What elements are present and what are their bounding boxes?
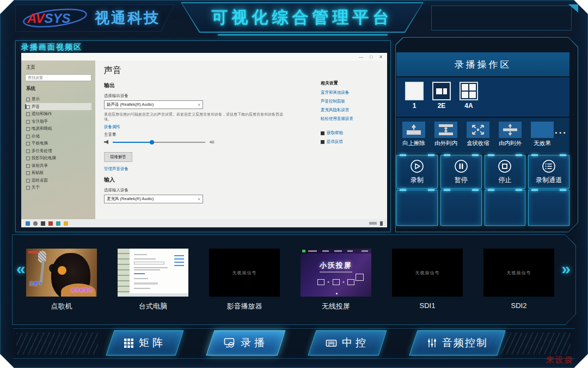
tab-central-control[interactable]: 中控 xyxy=(308,330,387,355)
inside-out-icon xyxy=(499,122,522,138)
tab-matrix[interactable]: 矩阵 xyxy=(106,330,184,355)
source-thumb-sdi1[interactable]: 无视频信号 SDI1 xyxy=(392,249,463,316)
empty-slot-button-3[interactable] xyxy=(485,190,526,226)
sidebar-item-storage: 存储 xyxy=(25,132,91,140)
layout-button-4a[interactable]: 4A xyxy=(460,82,478,110)
video-area-label: 录播画面视频区 xyxy=(21,43,82,52)
record-icon xyxy=(409,159,425,174)
input-section-label: 输入 xyxy=(104,176,379,184)
app-icon-yellow xyxy=(64,221,68,226)
wipe-up-icon xyxy=(402,122,425,138)
pause-icon xyxy=(454,159,469,174)
layout-button-1[interactable]: 1 xyxy=(405,82,424,110)
transition-button-wipe-up[interactable]: 向上擦除 xyxy=(401,122,426,154)
sidebar-item-remote: 远程桌面 xyxy=(25,177,91,184)
logo-av-text: AV xyxy=(27,11,45,26)
manage-devices-link: 管理声音设备 xyxy=(104,166,379,172)
source-label: 台式电脑 xyxy=(118,301,188,311)
related-link-ease-audio: 轻松使用音频设置 xyxy=(321,116,382,122)
stop-icon xyxy=(497,159,512,174)
stop-button[interactable]: 停止 xyxy=(485,155,526,189)
source-thumb-media-player[interactable]: 无视频信号 影音播放器 xyxy=(209,249,280,316)
speaker-icon xyxy=(104,140,108,144)
empty-slot-button-2[interactable] xyxy=(440,190,482,226)
layout-2e-icon xyxy=(432,82,451,100)
record-channel-button[interactable]: 录制通道 xyxy=(528,155,569,189)
page-title: 可视化综合管理平台 xyxy=(212,7,393,29)
tab-record[interactable]: 录播 xyxy=(206,330,286,355)
pause-button[interactable]: 暂停 xyxy=(440,155,482,189)
sdi2-preview: 无视频信号 xyxy=(483,249,554,297)
transition-button-inside-out[interactable]: 由内到外 xyxy=(498,122,523,154)
source-thumb-desktop[interactable]: 台式电脑 xyxy=(118,249,188,316)
settings-main-pane: 声音 输出 选择输出设备 扬声器 (Realtek(R) Audio) 某些应用… xyxy=(95,61,387,219)
source-thumb-sdi2[interactable]: 无视频信号 SDI2 xyxy=(483,249,554,316)
maximize-icon: □ xyxy=(370,55,372,59)
outside-in-icon xyxy=(434,122,457,138)
no-signal-text: 无视频信号 xyxy=(392,249,463,297)
input-device-label: 选择输入设备 xyxy=(104,188,379,193)
settings-sidebar: 主页 查找设置 系统 显示 声音 通知和操作 专注助手 电源和睡眠 存储 平板电… xyxy=(21,61,95,219)
sidebar-item-shared: 体验共享 xyxy=(25,162,91,170)
transition-button-none[interactable]: 无效果 xyxy=(530,122,555,154)
nav-line-top xyxy=(13,328,575,329)
volume-slider-thumb xyxy=(150,140,154,144)
empty-slot-button-1[interactable] xyxy=(396,190,438,226)
prev-sources-button[interactable]: « xyxy=(16,261,26,277)
start-icon xyxy=(26,221,30,226)
layout-1-icon xyxy=(405,82,424,100)
record-button[interactable]: 录制 xyxy=(396,155,438,189)
minimize-icon: — xyxy=(359,55,363,59)
sidebar-item-about: 关于 xyxy=(25,184,91,191)
empty-slot-button-4[interactable] xyxy=(528,190,569,226)
sidebar-item-sound: 声音 xyxy=(25,103,91,111)
video-preview-surface[interactable]: — □ ✕ 主页 查找设置 系统 显示 声音 通知和操作 专注助手 电源和睡眠 … xyxy=(21,53,387,227)
settings-search-input: 查找设置 xyxy=(25,74,91,81)
sidebar-item-multitask: 多任务处理 xyxy=(25,147,91,155)
no-signal-text: 无视频信号 xyxy=(483,249,554,297)
company-name: 视通科技 xyxy=(95,8,160,28)
source-label: 点歌机 xyxy=(26,301,97,311)
no-signal-text: 无视频信号 xyxy=(209,249,280,297)
source-thumb-karaoke[interactable]: 王桥下 相亲相爱吧 点歌机 xyxy=(26,249,97,316)
logo-avsys: AVSYS 视通科技 xyxy=(22,8,160,28)
source-thumb-wireless-cast[interactable]: 小沃投屏 ++ 无线投屏 xyxy=(301,249,371,316)
related-settings-title: 相关设置 xyxy=(321,80,382,86)
sidebar-item-tablet: 平板电脑 xyxy=(25,140,91,147)
tab-audio-control[interactable]: 音频控制 xyxy=(409,330,506,355)
sidebar-home: 主页 xyxy=(26,64,91,71)
karaoke-preview: 王桥下 相亲相爱吧 xyxy=(26,249,97,297)
app-icon-teal xyxy=(56,221,60,226)
title-underline xyxy=(218,34,388,35)
record-camera-icon xyxy=(224,337,236,348)
sidebar-item-clipboard: 剪贴板 xyxy=(25,169,91,177)
windows-taskbar xyxy=(21,219,387,227)
transition-button-outside-in[interactable]: 由外到内 xyxy=(433,122,458,154)
matrix-grid-icon xyxy=(124,338,134,348)
layout-button-2e[interactable]: 2E xyxy=(432,82,451,110)
logo-sys-text: SYS xyxy=(45,11,71,26)
get-help-link: 获取帮助 xyxy=(327,130,343,136)
feedback-link: 提供反馈 xyxy=(327,139,343,144)
more-transitions-button[interactable]: ··· xyxy=(555,128,567,138)
avsys-logo-icon: AVSYS xyxy=(22,8,88,28)
taskview-icon xyxy=(41,221,45,226)
recording-video-panel: 录播画面视频区 — □ ✕ 主页 查找设置 系统 显示 声音 通知和操作 xyxy=(15,40,391,232)
next-sources-button[interactable]: » xyxy=(561,261,571,277)
sidebar-section-label: 系统 xyxy=(26,86,91,92)
sidebar-item-project: 投影到此电脑 xyxy=(25,154,91,162)
control-panel-icon xyxy=(326,338,337,348)
box-shrink-icon xyxy=(467,122,489,138)
related-settings-column: 相关设置 蓝牙和其他设备 声音控制面板 麦克风隐私设置 轻松使用音频设置 获取帮… xyxy=(321,80,382,144)
title-plate: 可视化综合管理平台 xyxy=(181,2,424,33)
transition-button-box-shrink[interactable]: 盒状收缩 xyxy=(465,122,491,154)
cast-title: 小沃投屏 xyxy=(301,261,371,270)
header-right-bar xyxy=(431,5,572,31)
recording-operation-panel: 录播操作区 1 2E 4A 向上擦除 xyxy=(395,37,578,232)
input-device-select: 麦克风 (Realtek(R) Audio) xyxy=(104,195,203,203)
volume-value: 40 xyxy=(210,140,214,144)
output-hint-text: 某些应用使用的可能是自定义的声音设置。若要自定义应用音量和设备，请使用下面的应用… xyxy=(104,112,284,122)
source-thumbnails: 王桥下 相亲相爱吧 点歌机 xyxy=(26,249,554,316)
no-effect-icon xyxy=(531,122,554,138)
help-icon xyxy=(321,131,324,135)
